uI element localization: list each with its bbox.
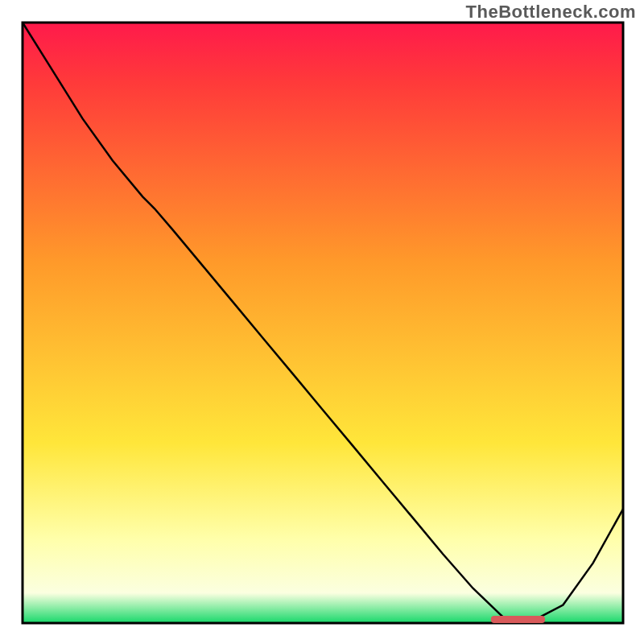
bottleneck-chart (0, 0, 644, 644)
plot-background (23, 23, 623, 623)
chart-container: { "watermark": "TheBottleneck.com", "col… (0, 0, 644, 644)
optimum-marker (491, 616, 545, 623)
